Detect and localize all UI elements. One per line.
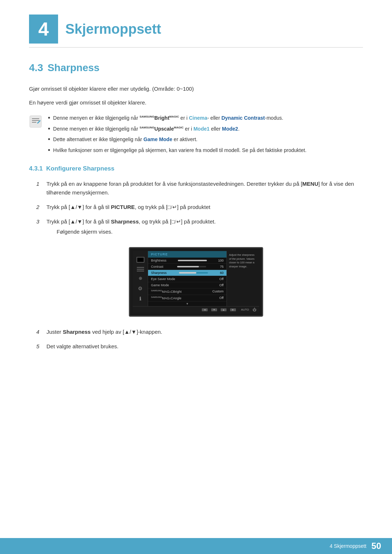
monitor-sidebar: ⊕ ⚙ ℹ bbox=[133, 251, 148, 306]
description2: En høyere verdi gjør omrisset til objekt… bbox=[29, 98, 363, 107]
chapter-number: 4 bbox=[29, 15, 58, 44]
footer-text: 4 Skjermoppsett bbox=[330, 543, 366, 549]
note-line-2: • Denne menyen er ikke tilgjengelig når … bbox=[48, 125, 306, 133]
monitor-hint: Adjust the sharpness of the picture. Val… bbox=[226, 251, 259, 306]
step-3: 3 Trykk på [▲/▼] for å gå til Sharpness,… bbox=[36, 217, 363, 240]
step-text-5: Det valgte alternativet brukes. bbox=[46, 342, 363, 351]
footer-number: 50 bbox=[371, 541, 381, 551]
monitor-outer: ⊕ ⚙ ℹ PICTURE Brightness 100 bbox=[129, 247, 263, 317]
monitor-container: ⊕ ⚙ ℹ PICTURE Brightness 100 bbox=[29, 247, 363, 317]
menu-row-sharpness: Sharpness 60 bbox=[148, 270, 226, 276]
menu-row-eyesaver: Eye Saver Mode Off bbox=[148, 276, 226, 282]
section-number: 4.3 bbox=[29, 62, 43, 74]
menu-row-gamemode: Game Mode Off bbox=[148, 282, 226, 288]
menu-row-magicbright: SAMSUNGMAG1CBright Custom bbox=[148, 288, 226, 295]
subsection-title: Konfigurere Sharpness bbox=[46, 165, 114, 172]
chapter-header: 4 Skjermoppsett bbox=[29, 15, 363, 48]
step-num-3: 3 bbox=[36, 217, 42, 240]
note-line-4: • Hvilke funksjoner som er tilgjengelige… bbox=[48, 147, 306, 155]
subsection-heading: 4.3.1 Konfigurere Sharpness bbox=[29, 165, 363, 172]
note-line-3: • Dette alternativet er ikke tilgjengeli… bbox=[48, 136, 306, 144]
description1: Gjør omrisset til objekter klarere eller… bbox=[29, 85, 363, 93]
monitor-bottom: ◄ ▼ ▲ ► AUTO ⏻ bbox=[133, 306, 259, 313]
page-footer: 4 Skjermoppsett 50 bbox=[0, 538, 392, 554]
step-text-2: Trykk på [▲/▼] for å gå til PICTURE, og … bbox=[46, 203, 363, 212]
bullet-4: • bbox=[48, 147, 50, 155]
monitor-menu: PICTURE Brightness 100 Contrast 75 bbox=[148, 251, 226, 306]
menu-row-brightness: Brightness 100 bbox=[148, 258, 226, 264]
note-text-4: Hvilke funksjoner som er tilgjengelige p… bbox=[53, 147, 306, 154]
bullet-2: • bbox=[48, 125, 50, 133]
step-num-5: 5 bbox=[36, 342, 42, 351]
subsection-number: 4.3.1 bbox=[29, 165, 43, 172]
note-lines: • Denne menyen er ikke tilgjengelig når … bbox=[48, 114, 306, 154]
bullet-1: • bbox=[48, 114, 50, 122]
btn-right: ► bbox=[230, 308, 236, 311]
menu-row-contrast: Contrast 75 bbox=[148, 264, 226, 270]
note-text-1: Denne menyen er ikke tilgjengelig når SA… bbox=[53, 114, 283, 122]
note-box: • Denne menyen er ikke tilgjengelig når … bbox=[29, 114, 363, 154]
note-text-3: Dette alternativet er ikke tilgjengelig … bbox=[53, 136, 197, 143]
gear-icon: ⚙ bbox=[137, 285, 144, 292]
step-text-4: Juster Sharpness ved hjelp av [▲/▼]-knap… bbox=[46, 328, 363, 336]
btn-up: ▲ bbox=[221, 308, 226, 311]
chapter-title: Skjermoppsett bbox=[65, 21, 161, 37]
steps-list: 1 Trykk på en av knappene foran på produ… bbox=[36, 180, 363, 240]
step-1: 1 Trykk på en av knappene foran på produ… bbox=[36, 180, 363, 197]
step-4: 4 Juster Sharpness ved hjelp av [▲/▼]-kn… bbox=[36, 328, 363, 336]
bullet-3: • bbox=[48, 136, 50, 144]
btn-down: ▼ bbox=[211, 308, 217, 311]
step-num-2: 2 bbox=[36, 203, 42, 212]
step-num-1: 1 bbox=[36, 180, 42, 197]
step-2: 2 Trykk på [▲/▼] for å gå til PICTURE, o… bbox=[36, 203, 363, 212]
step-5: 5 Det valgte alternativet brukes. bbox=[36, 342, 363, 351]
monitor-screen: ⊕ ⚙ ℹ PICTURE Brightness 100 bbox=[133, 251, 259, 306]
following-text: Følgende skjerm vises. bbox=[57, 227, 216, 236]
step-text-1: Trykk på en av knappene foran på produkt… bbox=[46, 180, 363, 197]
step-text-3: Trykk på [▲/▼] for å gå til Sharpness, o… bbox=[46, 218, 216, 225]
sidebar-lines-icon bbox=[137, 267, 144, 271]
note-line-1: • Denne menyen er ikke tilgjengelig når … bbox=[48, 114, 306, 122]
step-num-4: 4 bbox=[36, 328, 42, 336]
btn-left: ◄ bbox=[202, 308, 208, 311]
note-icon bbox=[29, 115, 42, 128]
section-title: Sharpness bbox=[48, 62, 99, 74]
note-text-2: Denne menyen er ikke tilgjengelig når SA… bbox=[53, 125, 239, 133]
menu-row-magicangle: SAMSUNGMAG1CAngle Off bbox=[148, 295, 226, 301]
menu-header: PICTURE bbox=[148, 251, 226, 258]
section-heading: 4.3 Sharpness bbox=[29, 62, 363, 74]
